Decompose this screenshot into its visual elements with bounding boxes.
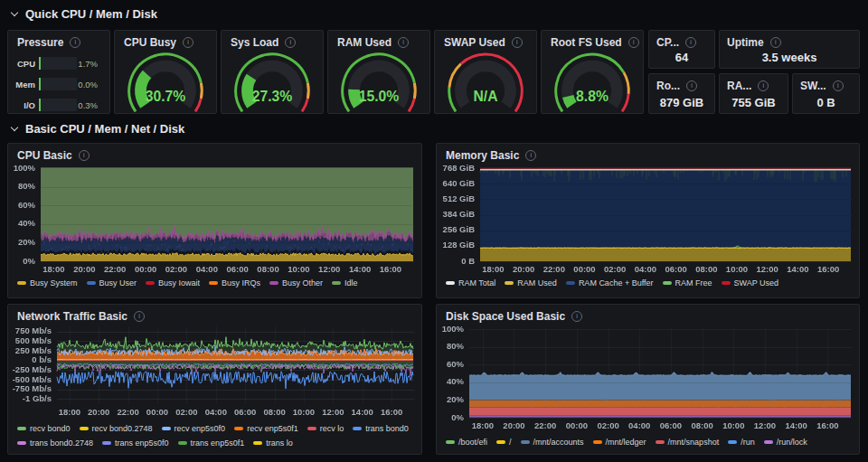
legend-item[interactable]: /run	[728, 438, 755, 447]
panel-title: SW...	[800, 80, 826, 92]
legend-label: recv enp5s0f1	[247, 424, 298, 433]
legend-swatch	[269, 281, 278, 285]
legend-item[interactable]: Busy Iowait	[146, 278, 200, 288]
legend-label: trans lo	[266, 438, 293, 448]
chevron-down-icon	[11, 9, 18, 16]
legend-item[interactable]: RAM Total	[446, 278, 495, 288]
panel-title: Disk Space Used Basic	[446, 310, 565, 323]
cpu-busy-gauge: 30.7%	[115, 46, 216, 112]
legend-item[interactable]: Idle	[332, 278, 358, 288]
legend-item[interactable]: trans lo	[253, 438, 293, 448]
legend-swatch	[521, 440, 530, 444]
legend-label: RAM Total	[458, 278, 495, 288]
info-icon[interactable]: i	[525, 150, 536, 161]
legend-swatch	[663, 281, 672, 285]
pressure-row: I/O0.3%	[14, 99, 98, 111]
legend-swatch	[496, 440, 505, 444]
disk-space-chart[interactable]	[439, 325, 855, 432]
chevron-down-icon	[11, 124, 18, 131]
grafana-dashboard: Quick CPU / Mem / Disk Pressure i CPU1.7…	[0, 0, 868, 462]
info-icon[interactable]: i	[571, 311, 582, 322]
legend-item[interactable]: trans enp5s0f1	[178, 438, 245, 448]
legend-item[interactable]: recv lo	[307, 424, 344, 433]
pressure-value: 1.7%	[77, 59, 98, 69]
legend-item[interactable]: /	[496, 438, 512, 447]
legend-item[interactable]: /mnt/accounts	[521, 438, 584, 447]
legend-item[interactable]: recv enp5s0f1	[234, 424, 298, 433]
panel-title: Memory Basic	[446, 149, 519, 162]
cpu-basic-chart[interactable]	[10, 164, 418, 276]
sys-load-gauge: 27.3%	[222, 46, 323, 112]
section-quick-cpu-mem-disk[interactable]: Quick CPU / Mem / Disk	[11, 7, 157, 21]
legend-item[interactable]: recv enp5s0f0	[162, 424, 226, 433]
network-traffic-legend: recv bond0recv bond0.2748recv enp5s0f0re…	[17, 424, 418, 448]
panel-network-traffic-basic: Network Traffic Basici recv bond0recv bo…	[7, 304, 422, 455]
legend-item[interactable]: /mnt/snapshot	[656, 438, 720, 447]
pressure-label: CPU	[14, 59, 35, 69]
info-icon[interactable]: i	[685, 37, 696, 48]
info-icon[interactable]: i	[134, 311, 145, 322]
legend-swatch	[446, 281, 455, 285]
legend-item[interactable]: RAM Free	[663, 278, 712, 288]
legend-item[interactable]: RAM Cache + Buffer	[566, 278, 654, 288]
legend-label: /run/lock	[777, 438, 807, 447]
stat-value: 0 B	[793, 96, 859, 109]
legend-label: trans bond0	[365, 424, 409, 433]
panel-title: CP...	[656, 36, 679, 49]
legend-item[interactable]: /boot/efi	[446, 438, 487, 447]
legend-item[interactable]: recv bond0	[17, 424, 71, 433]
panel-ram-total: RA...i 755 GiB	[719, 73, 788, 114]
legend-item[interactable]: /mnt/ledger	[593, 438, 646, 447]
pressure-value: 0.3%	[77, 100, 98, 110]
legend-item[interactable]: trans bond0.2748	[17, 438, 93, 448]
legend-item[interactable]: Busy User	[87, 278, 137, 288]
legend-item[interactable]: SWAP Used	[722, 278, 779, 288]
section-basic-cpu-mem-net-disk[interactable]: Basic CPU / Mem / Net / Disk	[11, 122, 184, 136]
root-fs-used-gauge: 8.8%	[542, 46, 643, 112]
info-icon[interactable]: i	[833, 80, 844, 91]
section-title: Basic CPU / Mem / Net / Disk	[25, 122, 184, 136]
swap-used-gauge: N/A	[435, 46, 536, 112]
legend-item[interactable]: RAM Used	[505, 278, 557, 288]
memory-basic-chart[interactable]	[439, 164, 855, 276]
info-icon[interactable]: i	[70, 37, 80, 48]
legend-label: recv enp5s0f0	[175, 424, 226, 433]
svg-text:30.7%: 30.7%	[146, 89, 186, 104]
legend-swatch	[353, 427, 362, 430]
legend-swatch	[146, 281, 155, 285]
pressure-label: Mem	[14, 80, 35, 90]
legend-item[interactable]: Busy System	[17, 278, 78, 288]
legend-swatch	[87, 281, 96, 285]
legend-swatch	[253, 441, 262, 445]
legend-swatch	[234, 427, 243, 430]
legend-label: trans bond0.2748	[30, 438, 93, 448]
legend-item[interactable]: /run/lock	[764, 438, 807, 447]
legend-item[interactable]: recv bond0.2748	[80, 424, 153, 433]
legend-label: /run	[741, 438, 755, 447]
legend-item[interactable]: trans bond0	[353, 424, 409, 433]
legend-item[interactable]: trans enp5s0f0	[102, 438, 169, 448]
legend-label: Busy System	[30, 278, 78, 288]
network-traffic-chart[interactable]	[10, 325, 418, 420]
svg-text:8.8%: 8.8%	[576, 89, 609, 104]
legend-swatch	[17, 441, 26, 445]
info-icon[interactable]: i	[79, 150, 90, 161]
panel-title: Pressure	[17, 36, 63, 49]
stat-value: 879 GiB	[649, 96, 714, 109]
legend-label: Busy User	[99, 278, 137, 288]
legend-item[interactable]: Busy IRQs	[209, 278, 260, 288]
info-icon[interactable]: i	[770, 37, 781, 48]
info-icon[interactable]: i	[758, 80, 769, 91]
legend-item[interactable]: Busy Other	[269, 278, 323, 288]
legend-label: RAM Used	[517, 278, 557, 288]
legend-swatch	[209, 281, 218, 285]
legend-label: /mnt/ledger	[606, 438, 646, 447]
svg-text:N/A: N/A	[473, 89, 497, 104]
panel-swap-used: SWAP Usedi N/A	[434, 30, 537, 114]
info-icon[interactable]: i	[686, 80, 697, 91]
legend-swatch	[728, 440, 737, 444]
ram-used-gauge: 15.0%	[328, 46, 429, 112]
legend-swatch	[764, 440, 773, 444]
legend-swatch	[656, 440, 665, 444]
pressure-bar-gauge	[39, 57, 77, 70]
